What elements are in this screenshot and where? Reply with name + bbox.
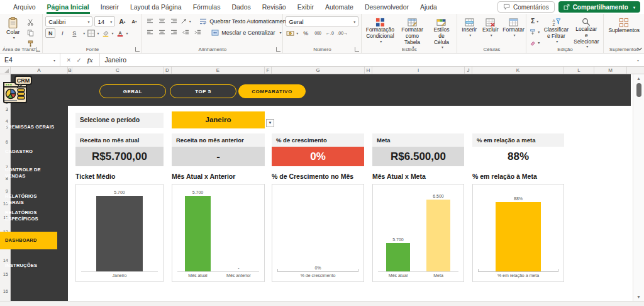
column-header-a[interactable]: A <box>11 67 68 74</box>
sidebar-item-cadastro[interactable]: CADASTRO <box>0 147 57 157</box>
fill-color-button[interactable]: ▾ <box>101 28 114 38</box>
collapse-ribbon-icon[interactable] <box>636 47 643 52</box>
confirm-entry-icon[interactable]: ✓ <box>76 57 81 64</box>
comments-button[interactable]: Comentários <box>497 1 555 13</box>
borders-button[interactable]: ▾ <box>87 28 99 38</box>
cut-button[interactable] <box>26 18 36 27</box>
bold-button[interactable]: N <box>45 28 55 38</box>
number-format-select[interactable]: Geral▾ <box>286 16 358 26</box>
percent-style-button[interactable]: % <box>301 28 311 38</box>
cancel-entry-icon[interactable]: × <box>67 56 70 64</box>
align-middle-button[interactable] <box>157 16 167 26</box>
decrease-indent-button[interactable] <box>180 28 191 37</box>
column-header-b[interactable]: B <box>68 67 72 74</box>
nav-button-top5[interactable]: TOP 5 <box>170 84 236 98</box>
tab-arquivo[interactable]: Arquivo <box>8 1 42 14</box>
nav-button-geral[interactable]: GERAL <box>99 84 166 98</box>
sidebar-item-relatorios-gerais[interactable]: RELATÓRIOS GERAIS <box>0 191 57 208</box>
merge-center-button[interactable]: Mesclar e Centralizar ▾ <box>209 29 283 37</box>
clear-button[interactable]: ▾ <box>529 38 540 47</box>
sort-filter-button[interactable]: AZ Classificar e Filtrar ▾ <box>542 16 570 45</box>
dialog-launcher-icon[interactable] <box>135 47 140 52</box>
decrease-font-button[interactable]: A▾ <box>129 17 139 26</box>
column-header-c[interactable]: C <box>72 67 164 74</box>
conditional-formatting-button[interactable]: Formatação Condicional ▾ <box>364 16 396 45</box>
tab-revisao[interactable]: Revisão <box>257 1 292 14</box>
period-selector-value[interactable]: Janeiro <box>172 111 265 128</box>
paste-button[interactable]: Colar ▾ <box>3 16 24 40</box>
delete-cells-button[interactable]: Excluir ▾ <box>480 16 501 39</box>
font-size-select[interactable]: 14▾ <box>94 16 115 26</box>
share-button[interactable]: Compartilhamento ▾ <box>558 1 640 13</box>
column-header-l[interactable]: L <box>564 67 594 74</box>
period-dropdown-icon[interactable]: ▼ <box>266 119 274 127</box>
vertical-scrollbar-thumb[interactable] <box>636 83 641 97</box>
tab-automate[interactable]: Automate <box>319 1 359 14</box>
autosum-button[interactable]: Σ▾ <box>529 16 540 26</box>
font-color-button[interactable]: A▾ <box>116 28 128 38</box>
name-box[interactable]: E4 ▾ <box>0 54 60 66</box>
align-top-button[interactable] <box>145 16 155 26</box>
row-header[interactable]: 16 <box>3 288 8 294</box>
tab-dados[interactable]: Dados <box>226 1 256 14</box>
font-name-select[interactable]: Calibri▾ <box>45 16 92 26</box>
column-header-f[interactable]: F <box>265 67 272 74</box>
tab-inserir[interactable]: Inserir <box>95 1 125 14</box>
align-right-button[interactable] <box>169 28 179 37</box>
underline-button[interactable]: S <box>69 28 79 38</box>
tab-ajuda[interactable]: Ajuda <box>414 1 443 14</box>
row-header[interactable]: 15 <box>3 271 8 277</box>
scroll-down-icon[interactable]: ▼ <box>633 295 644 299</box>
row-header[interactable]: 6 <box>6 139 8 145</box>
insert-function-icon[interactable]: fx <box>87 57 93 64</box>
insert-cells-button[interactable]: Inserir ▾ <box>460 16 479 39</box>
select-all-corner[interactable] <box>0 67 11 74</box>
dialog-launcher-icon[interactable] <box>36 47 40 52</box>
column-header-i[interactable]: I <box>372 67 465 74</box>
column-header-h[interactable]: H <box>365 67 372 74</box>
column-header-g[interactable]: G <box>272 67 365 74</box>
column-header-k[interactable]: K <box>472 67 564 74</box>
sidebar-item-instrucoes[interactable]: INSTRUÇÕES <box>0 261 57 271</box>
find-select-button[interactable]: Localizar e Selecionar ▾ <box>572 16 601 50</box>
fill-button[interactable]: ▾ <box>529 27 540 37</box>
increase-font-button[interactable]: A▴ <box>117 17 127 26</box>
column-header-j[interactable]: J <box>465 67 472 74</box>
decrease-decimal-button[interactable]: .00→ <box>336 28 348 38</box>
dialog-launcher-icon[interactable] <box>355 47 359 52</box>
tab-layout-da-pagina[interactable]: Layout da Página <box>125 1 187 14</box>
copy-button[interactable] <box>26 28 36 38</box>
italic-button[interactable]: I <box>57 28 67 38</box>
align-center-button[interactable] <box>157 28 167 37</box>
comma-style-button[interactable]: 000 <box>313 28 323 38</box>
increase-decimal-button[interactable]: ←.0 <box>325 28 335 38</box>
wrap-text-button[interactable]: Quebrar Texto Automaticamente <box>197 18 292 25</box>
align-left-button[interactable] <box>145 28 155 37</box>
sidebar-item-controle-de-vendas[interactable]: CONTROLE DE VENDAS <box>0 165 45 181</box>
formula-input[interactable]: Janeiro <box>100 56 635 64</box>
sidebar-item-relatorios-especificos[interactable]: RELATÓRIOS ESPECÍFICOS <box>0 208 45 224</box>
sidebar-item-dashboard[interactable]: DASHBOARD <box>0 232 57 249</box>
tab-pagina-inicial[interactable]: Página Inicial <box>42 1 95 14</box>
format-as-table-button[interactable]: Formatar como Tabela ▾ <box>397 16 426 51</box>
vertical-scrollbar[interactable]: ▲ ▼ <box>633 74 644 301</box>
expand-formula-bar-icon[interactable]: ▾ <box>637 58 644 62</box>
tab-desenvolvedor[interactable]: Desenvolvedor <box>359 1 414 14</box>
format-cells-button[interactable]: Formatar ▾ <box>502 16 525 39</box>
increase-indent-button[interactable] <box>192 28 203 37</box>
scroll-up-icon[interactable]: ▲ <box>633 76 644 81</box>
column-header-m[interactable]: M <box>594 67 627 74</box>
column-header-d[interactable]: D <box>164 67 172 74</box>
dialog-launcher-icon[interactable] <box>276 47 280 52</box>
nav-button-comparativo[interactable]: COMPARATIVO <box>238 84 306 98</box>
tab-formulas[interactable]: Fórmulas <box>187 1 226 14</box>
text-orientation-button[interactable]: ▾ <box>180 16 191 26</box>
align-bottom-button[interactable] <box>169 16 179 26</box>
column-header-e[interactable]: E <box>172 67 265 74</box>
cell-styles-button[interactable]: Estilos de Célula ▾ <box>429 16 455 51</box>
horizontal-scrollbar-strip[interactable] <box>0 301 644 306</box>
sidebar-item-premissas-gerais[interactable]: PREMISSAS GERAIS <box>0 122 57 132</box>
addins-button[interactable]: Suplementos <box>606 16 641 35</box>
tab-exibir[interactable]: Exibir <box>292 1 319 14</box>
accounting-format-button[interactable]: ▾ <box>286 28 299 38</box>
